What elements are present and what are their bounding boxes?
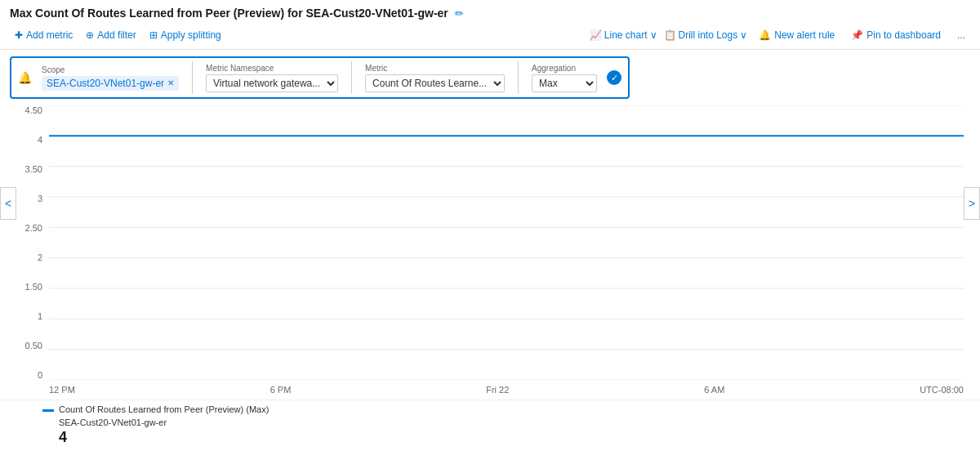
divider-2: [351, 61, 352, 94]
chart-plot: [49, 105, 964, 380]
filter-row: 🔔 Scope SEA-Cust20-VNet01-gw-er ✕ Metric…: [0, 50, 980, 105]
alert-icon: 🔔: [759, 29, 771, 41]
x-label-6pm: 6 PM: [270, 385, 292, 395]
metric-label: Metric: [365, 64, 505, 73]
add-metric-icon: ✚: [15, 29, 23, 41]
pin-label: Pin to dashboard: [866, 29, 941, 41]
content-area: < 4.50 4 3.50 3 2.50 2 1.50 1 0.50 0: [0, 105, 980, 400]
add-metric-button[interactable]: ✚ Add metric: [10, 28, 78, 42]
scope-label: Scope: [42, 65, 179, 74]
edit-icon[interactable]: ✏: [455, 7, 464, 20]
y-label-2: 2: [38, 252, 42, 262]
aggregation-group: Aggregation Max Min Avg Sum Count: [532, 64, 597, 92]
legend-label-line2: SEA-Cust20-VNet01-gw-er: [59, 417, 269, 429]
toolbar-left: ✚ Add metric ⊕ Add filter ⊞ Apply splitt…: [10, 28, 226, 42]
legend-color-swatch: [42, 409, 54, 412]
add-filter-label: Add filter: [97, 29, 136, 41]
chart-nav-right[interactable]: >: [964, 187, 980, 220]
drill-logs-label: Drill into Logs: [679, 29, 738, 41]
aggregation-select[interactable]: Max Min Avg Sum Count: [532, 74, 597, 92]
filter-box: 🔔 Scope SEA-Cust20-VNet01-gw-er ✕ Metric…: [10, 56, 630, 99]
filter-confirm-button[interactable]: ✓: [607, 70, 621, 85]
metric-namespace-select[interactable]: Virtual network gatewa...: [206, 74, 338, 92]
y-axis: 4.50 4 3.50 3 2.50 2 1.50 1 0.50 0: [16, 105, 47, 380]
pin-icon: 📌: [851, 29, 863, 41]
scope-bell-icon: 🔔: [18, 71, 32, 84]
new-alert-label: New alert rule: [774, 29, 835, 41]
y-label-050: 0.50: [25, 341, 42, 351]
line-chart-label: Line chart: [604, 29, 648, 41]
x-label-utc: UTC-08:00: [920, 385, 964, 395]
metric-namespace-label: Metric Namespace: [206, 64, 338, 73]
new-alert-rule-button[interactable]: 🔔 New alert rule: [754, 28, 840, 42]
pin-to-dashboard-button[interactable]: 📌 Pin to dashboard: [846, 28, 946, 42]
line-chart-button[interactable]: 📈 Line chart ∨: [590, 29, 657, 41]
title-row: Max Count Of Routes Learned from Peer (P…: [10, 7, 970, 20]
add-filter-button[interactable]: ⊕ Add filter: [81, 28, 140, 42]
logs-icon: 📋: [664, 29, 676, 41]
aggregation-label: Aggregation: [532, 64, 597, 73]
scope-close-icon[interactable]: ✕: [167, 78, 174, 87]
scope-group: Scope SEA-Cust20-VNet01-gw-er ✕: [42, 65, 179, 91]
header: Max Count Of Routes Learned from Peer (P…: [0, 0, 980, 50]
main-layout: Max Count Of Routes Learned from Peer (P…: [0, 0, 980, 451]
x-label-fri22: Fri 22: [486, 385, 509, 395]
legend-text-group: Count Of Routes Learned from Peer (Previ…: [59, 404, 269, 446]
y-label-150: 1.50: [25, 282, 42, 292]
metric-namespace-group: Metric Namespace Virtual network gatewa.…: [206, 64, 338, 92]
legend: Count Of Routes Learned from Peer (Previ…: [0, 400, 980, 451]
toolbar-right: 📈 Line chart ∨ 📋 Drill into Logs ∨ 🔔 New…: [590, 28, 970, 42]
y-label-450: 4.50: [25, 105, 42, 115]
y-label-1: 1: [38, 311, 42, 321]
chart-wrapper: 4.50 4 3.50 3 2.50 2 1.50 1 0.50 0: [16, 105, 964, 400]
divider-1: [192, 61, 193, 94]
x-axis: 12 PM 6 PM Fri 22 6 AM UTC-08:00: [49, 380, 964, 400]
splitting-icon: ⊞: [149, 29, 158, 41]
y-label-250: 2.50: [25, 223, 42, 233]
metric-select[interactable]: Count Of Routes Learne...: [365, 74, 505, 92]
apply-splitting-label: Apply splitting: [161, 29, 221, 41]
y-label-0: 0: [38, 370, 42, 380]
more-options-button[interactable]: ...: [952, 28, 970, 42]
x-label-6am: 6 AM: [704, 385, 724, 395]
x-label-12pm: 12 PM: [49, 385, 75, 395]
legend-value: 4: [59, 429, 269, 446]
divider-3: [518, 61, 519, 94]
scope-value[interactable]: SEA-Cust20-VNet01-gw-er ✕: [42, 76, 179, 91]
y-label-350: 3.50: [25, 164, 42, 174]
drill-into-logs-button[interactable]: 📋 Drill into Logs ∨: [664, 29, 748, 41]
filter-icon: ⊕: [86, 29, 94, 41]
chart-nav-left[interactable]: <: [0, 187, 16, 220]
line-chart-icon: 📈: [590, 29, 602, 41]
apply-splitting-button[interactable]: ⊞ Apply splitting: [145, 28, 226, 42]
metric-group: Metric Count Of Routes Learne...: [365, 64, 505, 92]
drill-logs-chevron: ∨: [740, 29, 747, 41]
toolbar: ✚ Add metric ⊕ Add filter ⊞ Apply splitt…: [10, 25, 970, 46]
legend-item: Count Of Routes Learned from Peer (Previ…: [42, 404, 970, 446]
more-options-label: ...: [957, 29, 965, 41]
chart-svg: [49, 105, 964, 380]
legend-label-line1: Count Of Routes Learned from Peer (Previ…: [59, 404, 269, 416]
y-label-4: 4: [38, 135, 42, 145]
page-title: Max Count Of Routes Learned from Peer (P…: [10, 7, 448, 20]
add-metric-label: Add metric: [26, 29, 73, 41]
y-label-3: 3: [38, 194, 42, 203]
line-chart-chevron: ∨: [650, 29, 657, 41]
